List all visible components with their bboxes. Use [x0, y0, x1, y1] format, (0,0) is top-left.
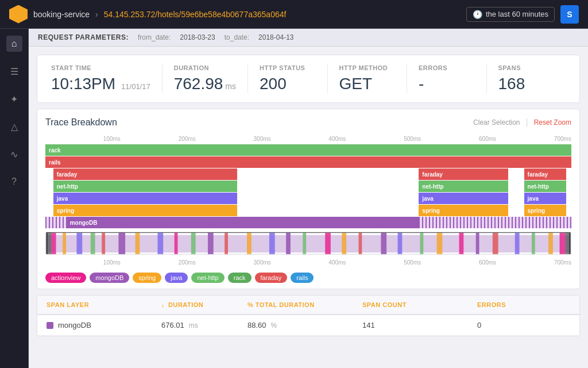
svg-rect-14 [269, 232, 275, 255]
sidebar-item-traces[interactable]: ☰ [6, 63, 22, 79]
table-row[interactable]: mongoDB 676.01 ms 88.60 % 141 0 [37, 315, 579, 336]
params-label: REQUEST PARAMETERS: [38, 33, 129, 41]
legend-actionview[interactable]: actionview [45, 273, 86, 283]
main-content: REQUEST PARAMETERS: from_date: 2018-03-2… [29, 29, 588, 368]
svg-rect-9 [175, 232, 178, 255]
span-row-rack[interactable]: rack [45, 144, 571, 156]
topbar: booking-service › 54.145.253.72/hotels/5… [0, 0, 588, 29]
user-avatar[interactable]: S [560, 5, 579, 24]
td-span-layer: mongoDB [37, 315, 152, 335]
breadcrumb-url[interactable]: 54.145.253.72/hotels/59e6be58e4b0677a365… [104, 10, 287, 19]
stat-duration-label: DURATION [174, 64, 236, 71]
span-bar-spring-3: spring [524, 205, 566, 216]
svg-rect-13 [247, 232, 252, 255]
btick-500: 500ms [404, 259, 421, 266]
stat-spans-label: SPANS [498, 64, 555, 71]
stat-http-method-label: HTTP METHOD [339, 64, 396, 71]
span-bar-java-1: java [53, 193, 238, 204]
svg-rect-30 [560, 232, 566, 255]
btick-700: 700ms [554, 259, 571, 266]
overview-chart[interactable] [45, 232, 571, 255]
th-span-count-label: SPAN COUNT [362, 301, 407, 308]
stat-start-time: START TIME 10:13PM 11/01/17 [51, 64, 163, 93]
stats-card: START TIME 10:13PM 11/01/17 DURATION 762… [37, 55, 580, 103]
tick-500: 500ms [404, 136, 421, 142]
sidebar-item-topology[interactable]: ✦ [6, 91, 22, 107]
svg-rect-15 [286, 232, 291, 255]
actions-separator: | [525, 117, 528, 128]
sidebar: ⌂ ☰ ✦ △ ∿ ? [0, 29, 29, 368]
table-section: SPAN LAYER ↓ DURATION % TOTAL DURATION S… [37, 295, 580, 336]
span-row-faraday[interactable]: faraday faraday faraday [45, 168, 571, 180]
breadcrumb-service[interactable]: booking-service [33, 10, 90, 19]
app-logo[interactable] [9, 5, 28, 24]
trace-title: Trace Breakdown [45, 117, 117, 128]
legend-rack[interactable]: rack [228, 273, 252, 283]
time-axis-bottom: 100ms 200ms 300ms 400ms 500ms 600ms 700m… [45, 258, 571, 268]
td-pct-unit: % [271, 321, 277, 329]
stat-duration: DURATION 762.98 ms [163, 64, 248, 93]
clear-selection-link[interactable]: Clear Selection [473, 118, 520, 126]
th-duration[interactable]: ↓ DURATION [152, 296, 238, 314]
span-bar-faraday-2: faraday [419, 168, 508, 180]
span-row-java[interactable]: java java java [45, 193, 571, 204]
sort-icon: ↓ [161, 301, 165, 308]
svg-rect-4 [91, 232, 95, 255]
trace-header: Trace Breakdown Clear Selection | Reset … [45, 117, 571, 128]
td-span-count: 141 [353, 315, 468, 335]
time-selector[interactable]: 🕐 the last 60 minutes [466, 7, 555, 22]
span-row-mongodb[interactable]: mongoDB [45, 217, 571, 228]
spans-container: rack rails faraday faraday faraday net-h… [45, 144, 571, 228]
sidebar-item-help[interactable]: ? [6, 174, 22, 190]
svg-rect-6 [118, 232, 125, 255]
stat-spans-value: 168 [498, 75, 525, 93]
btick-200: 200ms [179, 259, 196, 266]
btick-100: 100ms [103, 259, 121, 266]
chart-area[interactable]: 100ms 200ms 300ms 400ms 500ms 600ms 700m… [45, 135, 571, 283]
span-row-net-http[interactable]: net-http net-http net-http [45, 181, 571, 192]
th-pct-label: % TOTAL DURATION [247, 301, 315, 308]
td-errors: 0 [468, 315, 554, 335]
sidebar-item-alerts[interactable]: △ [6, 118, 22, 135]
legend-mongodb[interactable]: mongoDB [90, 273, 129, 283]
span-row-rails[interactable]: rails [45, 156, 571, 168]
param-from-value: 2018-03-23 [180, 33, 215, 41]
request-params-bar: REQUEST PARAMETERS: from_date: 2018-03-2… [29, 29, 588, 47]
legend-nethttp[interactable]: net-http [191, 273, 224, 283]
svg-rect-22 [420, 232, 423, 255]
sidebar-item-analytics[interactable]: ∿ [6, 146, 22, 162]
legend-spring[interactable]: spring [133, 273, 161, 283]
legend-faraday[interactable]: faraday [255, 273, 288, 283]
sidebar-item-home[interactable]: ⌂ [6, 36, 22, 52]
svg-rect-11 [208, 232, 214, 255]
svg-rect-17 [325, 232, 331, 255]
td-errors-value: 0 [477, 321, 481, 329]
btick-400: 400ms [328, 259, 346, 266]
stat-errors: ERRORS - [407, 64, 487, 93]
time-axis-top: 100ms 200ms 300ms 400ms 500ms 600ms 700m… [45, 135, 571, 144]
svg-rect-26 [493, 232, 498, 255]
time-label: the last 60 minutes [486, 10, 548, 18]
legend-java[interactable]: java [165, 273, 188, 283]
stat-start-time-sub: 11/01/17 [121, 82, 150, 91]
stat-http-method-value: GET [339, 75, 373, 93]
tick-600: 600ms [479, 136, 496, 142]
tick-700: 700ms [554, 136, 571, 142]
table-header-row: SPAN LAYER ↓ DURATION % TOTAL DURATION S… [37, 296, 579, 315]
clock-icon: 🕐 [473, 10, 482, 19]
legend-rails[interactable]: rails [291, 273, 314, 283]
td-duration-value: 676.01 [161, 321, 184, 329]
th-errors-label: ERRORS [477, 301, 506, 308]
svg-rect-16 [303, 232, 306, 255]
reset-zoom-link[interactable]: Reset Zoom [534, 118, 571, 126]
param-to-value: 2018-04-13 [258, 33, 293, 41]
span-row-spring[interactable]: spring spring spring [45, 205, 571, 216]
param-from-key: from_date: [138, 33, 171, 41]
svg-rect-12 [225, 232, 228, 255]
td-pct-value: 88.60 [247, 321, 266, 329]
svg-rect-25 [476, 232, 479, 255]
span-layer-color-dot [47, 322, 53, 329]
svg-rect-19 [359, 232, 362, 255]
th-span-layer-label: SPAN LAYER [47, 301, 89, 308]
svg-rect-33 [565, 232, 571, 255]
